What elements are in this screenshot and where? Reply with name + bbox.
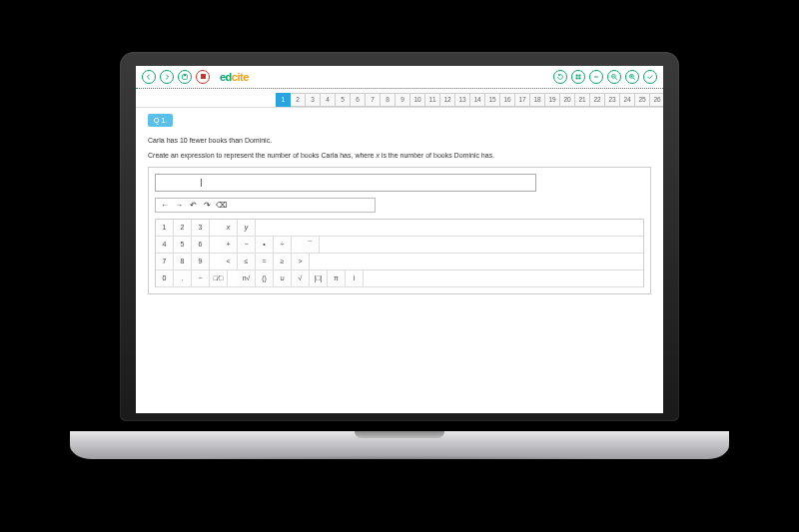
keypad-key[interactable]: < xyxy=(220,254,238,269)
zoom-in-button[interactable] xyxy=(625,70,639,84)
keypad-key[interactable]: y xyxy=(238,220,256,236)
keypad-key[interactable]: x xyxy=(220,220,238,236)
keypad-key[interactable]: − xyxy=(192,270,210,286)
keypad-key[interactable]: |□| xyxy=(310,270,328,286)
forward-button[interactable] xyxy=(160,70,174,84)
question-content: Q 1. Carla has 10 fewer books than Domin… xyxy=(136,108,663,300)
stop-button[interactable] xyxy=(196,70,210,84)
qnav-item-26[interactable]: 26 xyxy=(650,93,663,107)
qnav-item-17[interactable]: 17 xyxy=(515,93,530,107)
keypad-gap xyxy=(210,237,220,253)
refresh-button[interactable] xyxy=(553,70,567,84)
qnav-item-13[interactable]: 13 xyxy=(455,93,470,107)
qnav-item-6[interactable]: 6 xyxy=(351,93,366,107)
keypad-gap xyxy=(292,237,302,253)
keypad-key[interactable]: i xyxy=(346,270,364,286)
toolbar-left: edcite xyxy=(142,70,249,84)
qnav-item-4[interactable]: 4 xyxy=(321,93,336,107)
qnav-item-9[interactable]: 9 xyxy=(396,93,410,107)
qnav-item-18[interactable]: 18 xyxy=(530,93,545,107)
svg-line-11 xyxy=(633,77,635,79)
keypad-key[interactable]: ≥ xyxy=(274,254,292,269)
save-icon xyxy=(181,73,189,81)
answer-area: I ←→↶↷⌫ 123xy456+−•÷¯789<≤=≥>0.−□⁄□n√()∪… xyxy=(148,167,651,294)
qnav-item-23[interactable]: 23 xyxy=(605,93,620,107)
editor-btn-4[interactable]: ⌫ xyxy=(215,201,227,210)
brand-logo: edcite xyxy=(220,71,249,83)
qnav-item-16[interactable]: 16 xyxy=(500,93,515,107)
keypad-key[interactable]: 6 xyxy=(192,237,210,253)
grid-icon xyxy=(574,73,582,81)
arrow-left-icon xyxy=(145,73,153,81)
qnav-item-1[interactable]: 1 xyxy=(276,93,291,107)
editor-btn-0[interactable]: ← xyxy=(159,201,171,210)
editor-btn-1[interactable]: → xyxy=(173,201,185,210)
svg-rect-1 xyxy=(184,74,186,76)
keypad-key[interactable]: 5 xyxy=(174,237,192,253)
keypad-key[interactable]: n√ xyxy=(238,270,256,286)
zoom-out-icon xyxy=(610,73,618,81)
qnav-item-10[interactable]: 10 xyxy=(410,93,425,107)
qnav-item-11[interactable]: 11 xyxy=(425,93,440,107)
svg-rect-2 xyxy=(576,74,578,76)
qnav-item-20[interactable]: 20 xyxy=(560,93,575,107)
qnav-item-14[interactable]: 14 xyxy=(470,93,485,107)
keypad-key[interactable]: 2 xyxy=(174,220,192,236)
qnav-item-7[interactable]: 7 xyxy=(366,93,381,107)
keypad-key[interactable]: () xyxy=(256,270,274,286)
qnav-item-15[interactable]: 15 xyxy=(485,93,500,107)
keypad-key[interactable]: ∪ xyxy=(274,270,292,286)
keypad-key[interactable]: 0 xyxy=(156,270,174,286)
back-button[interactable] xyxy=(142,70,156,84)
keypad-key[interactable]: 7 xyxy=(156,254,174,269)
svg-rect-4 xyxy=(576,77,578,79)
text-cursor-icon: I xyxy=(200,178,203,189)
keypad-key[interactable]: π xyxy=(328,270,346,286)
qnav-item-2[interactable]: 2 xyxy=(291,93,306,107)
question-nav: 1234567891011121314151617181920212223242… xyxy=(136,93,663,108)
qnav-item-5[interactable]: 5 xyxy=(336,93,351,107)
brand-part1: ed xyxy=(220,71,232,83)
editor-btn-3[interactable]: ↷ xyxy=(201,201,213,210)
keypad-key[interactable]: . xyxy=(174,270,192,286)
keypad-key[interactable]: + xyxy=(220,237,238,253)
laptop-frame: edcite xyxy=(70,52,729,481)
keypad-key[interactable]: □⁄□ xyxy=(210,270,228,286)
svg-line-8 xyxy=(615,77,617,79)
question-text: Carla has 10 fewer books than Dominic. xyxy=(148,137,651,144)
keypad-key[interactable]: − xyxy=(238,237,256,253)
keypad-key[interactable]: 1 xyxy=(156,220,174,236)
check-button[interactable] xyxy=(643,70,657,84)
save-button[interactable] xyxy=(178,70,192,84)
keypad-key[interactable]: ÷ xyxy=(274,237,292,253)
editor-btn-2[interactable]: ↶ xyxy=(187,201,199,210)
zoom-out-button[interactable] xyxy=(607,70,621,84)
qnav-item-25[interactable]: 25 xyxy=(635,93,650,107)
keypad-key[interactable]: √ xyxy=(292,270,310,286)
keypad-key[interactable]: 4 xyxy=(156,237,174,253)
instruction-pre: Create an expression to represent the nu… xyxy=(148,152,376,159)
qnav-item-24[interactable]: 24 xyxy=(620,93,635,107)
qnav-item-21[interactable]: 21 xyxy=(575,93,590,107)
keypad-key[interactable]: ≤ xyxy=(238,254,256,269)
keypad-gap xyxy=(210,254,220,269)
keypad-key[interactable]: 8 xyxy=(174,254,192,269)
qnav-item-12[interactable]: 12 xyxy=(440,93,455,107)
keypad-key[interactable]: 9 xyxy=(192,254,210,269)
grid-button[interactable] xyxy=(571,70,585,84)
qnav-item-22[interactable]: 22 xyxy=(590,93,605,107)
top-toolbar: edcite xyxy=(136,66,663,89)
keypad-key[interactable]: = xyxy=(256,254,274,269)
minus-button[interactable] xyxy=(589,70,603,84)
editor-controls: ←→↶↷⌫ xyxy=(155,198,376,213)
answer-input[interactable]: I xyxy=(155,174,536,192)
qnav-item-3[interactable]: 3 xyxy=(306,93,321,107)
qnav-item-8[interactable]: 8 xyxy=(381,93,396,107)
minus-icon xyxy=(592,73,600,81)
keypad-key[interactable]: 3 xyxy=(192,220,210,236)
refresh-icon xyxy=(556,73,564,81)
keypad-key[interactable]: > xyxy=(292,254,310,269)
keypad-key[interactable]: • xyxy=(256,237,274,253)
keypad-key[interactable]: ¯ xyxy=(302,237,320,253)
qnav-item-19[interactable]: 19 xyxy=(545,93,560,107)
